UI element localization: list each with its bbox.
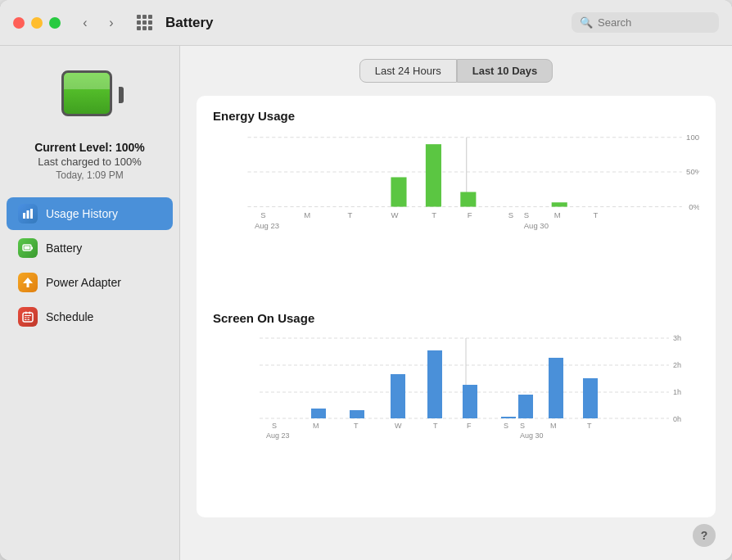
svg-text:T: T	[594, 210, 599, 219]
energy-chart-section: Energy Usage 100% 50% 0%	[213, 109, 699, 303]
svg-text:3h: 3h	[673, 334, 681, 342]
screen-chart-section: Screen On Usage 3h 2h 1h 0h	[213, 311, 699, 505]
svg-rect-9	[25, 318, 27, 318]
svg-rect-10	[25, 319, 27, 320]
close-button[interactable]	[13, 17, 25, 29]
svg-text:Aug 23: Aug 23	[266, 431, 290, 440]
svg-rect-4	[25, 246, 30, 250]
svg-text:S: S	[260, 210, 265, 219]
detail-panel: Last 24 Hours Last 10 Days Energy Usage	[180, 46, 732, 560]
grid-icon	[137, 15, 152, 30]
svg-rect-8	[25, 315, 31, 316]
svg-rect-50	[427, 350, 442, 418]
battery-charged-label: Last charged to 100%	[34, 156, 145, 168]
svg-text:S: S	[272, 422, 277, 430]
schedule-icon	[18, 307, 38, 327]
screen-chart-title: Screen On Usage	[213, 311, 699, 325]
svg-rect-54	[549, 358, 563, 418]
svg-text:T: T	[587, 422, 592, 430]
battery-image	[57, 62, 123, 128]
search-box[interactable]: 🔍	[572, 12, 719, 33]
battery-level-label: Current Level: 100%	[34, 141, 145, 154]
svg-rect-52	[501, 417, 516, 418]
svg-text:S: S	[508, 210, 513, 219]
svg-rect-2	[30, 209, 33, 219]
svg-rect-48	[350, 410, 364, 418]
svg-text:0h: 0h	[673, 415, 681, 423]
svg-text:S: S	[504, 422, 508, 430]
svg-rect-49	[391, 374, 405, 418]
energy-chart-title: Energy Usage	[213, 109, 699, 123]
maximize-button[interactable]	[49, 17, 61, 29]
svg-rect-5	[31, 247, 33, 250]
tab-bar: Last 24 Hours Last 10 Days	[197, 59, 716, 83]
svg-text:Aug 23: Aug 23	[255, 221, 279, 230]
svg-text:1h: 1h	[673, 388, 681, 396]
svg-text:Aug 30: Aug 30	[524, 221, 549, 230]
svg-text:T: T	[354, 422, 359, 430]
svg-text:0%: 0%	[689, 202, 699, 211]
help-button[interactable]: ?	[693, 524, 716, 547]
svg-rect-0	[23, 213, 25, 219]
help-btn-container: ?	[197, 517, 716, 547]
svg-text:T: T	[347, 210, 352, 219]
sidebar-item-schedule-label: Schedule	[46, 310, 93, 323]
sidebar-item-power-adapter[interactable]: Power Adapter	[7, 266, 173, 299]
screen-chart-svg: 3h 2h 1h 0h	[213, 330, 699, 445]
svg-rect-24	[460, 192, 476, 206]
power-adapter-icon	[18, 273, 38, 292]
sidebar: Current Level: 100% Last charged to 100%…	[0, 46, 180, 560]
energy-chart-svg: 100% 50% 0%	[213, 128, 699, 242]
traffic-lights	[13, 17, 61, 29]
svg-text:M: M	[313, 422, 319, 430]
svg-text:F: F	[468, 210, 472, 219]
svg-rect-47	[311, 409, 326, 418]
tab-last-24h[interactable]: Last 24 Hours	[359, 59, 457, 83]
sidebar-item-schedule[interactable]: Schedule	[7, 300, 173, 333]
svg-text:F: F	[467, 422, 472, 430]
svg-text:Aug 30: Aug 30	[520, 431, 544, 440]
svg-text:2h: 2h	[673, 361, 681, 369]
svg-text:T: T	[433, 422, 438, 430]
main-window: ‹ › Battery 🔍	[0, 0, 732, 560]
svg-text:50%: 50%	[686, 167, 699, 176]
svg-marker-6	[23, 278, 33, 287]
svg-text:T: T	[432, 210, 436, 219]
svg-rect-14	[29, 312, 31, 314]
search-input[interactable]	[598, 16, 712, 29]
svg-rect-12	[28, 319, 30, 320]
nav-buttons: ‹ ›	[74, 11, 123, 34]
svg-rect-11	[28, 318, 30, 318]
minimize-button[interactable]	[31, 17, 43, 29]
screen-chart-container: 3h 2h 1h 0h	[213, 330, 699, 445]
titlebar: ‹ › Battery 🔍	[0, 0, 732, 46]
svg-rect-51	[463, 385, 477, 418]
sidebar-item-battery[interactable]: Battery	[7, 232, 173, 264]
sidebar-item-usage-history[interactable]: Usage History	[7, 197, 173, 230]
svg-text:S: S	[520, 422, 525, 430]
svg-text:W: W	[391, 210, 398, 219]
sidebar-item-power-adapter-label: Power Adapter	[46, 276, 121, 289]
svg-rect-13	[25, 312, 27, 314]
battery-tip	[119, 87, 124, 103]
svg-text:M: M	[550, 422, 557, 430]
apps-grid-button[interactable]	[133, 11, 156, 34]
energy-chart-container: 100% 50% 0%	[213, 128, 699, 242]
forward-button[interactable]: ›	[100, 11, 123, 34]
battery-nav-icon	[18, 238, 38, 258]
svg-text:S: S	[524, 210, 529, 219]
svg-rect-25	[552, 202, 567, 206]
sidebar-item-battery-label: Battery	[46, 242, 82, 255]
svg-rect-55	[583, 378, 598, 418]
tab-last-10d[interactable]: Last 10 Days	[457, 59, 554, 83]
back-button[interactable]: ‹	[74, 11, 97, 34]
battery-info: Current Level: 100% Last charged to 100%…	[34, 141, 145, 181]
svg-rect-23	[426, 144, 441, 206]
svg-rect-53	[518, 395, 533, 418]
main-content: Current Level: 100% Last charged to 100%…	[0, 46, 732, 560]
battery-body	[61, 70, 112, 116]
search-icon: 🔍	[580, 16, 593, 29]
window-title: Battery	[165, 15, 572, 31]
charts-area: Energy Usage 100% 50% 0%	[197, 96, 716, 517]
sidebar-item-usage-history-label: Usage History	[46, 207, 118, 220]
